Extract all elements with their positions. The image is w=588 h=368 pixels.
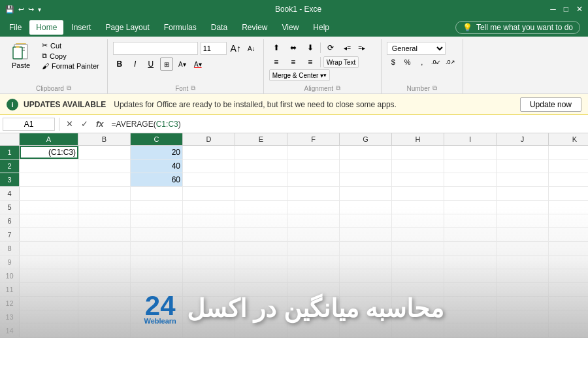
cell-j13[interactable] <box>497 310 549 324</box>
cell-h6[interactable] <box>392 214 444 227</box>
cell-b11[interactable] <box>78 283 131 296</box>
col-header-c[interactable]: C <box>131 133 183 145</box>
cell-d6[interactable] <box>183 214 235 227</box>
font-color-button[interactable]: A▾ <box>191 58 204 71</box>
row-num-12[interactable]: 12 <box>0 297 20 310</box>
col-header-b[interactable]: B <box>78 133 131 145</box>
cell-c4[interactable] <box>131 187 183 200</box>
col-header-g[interactable]: G <box>340 133 392 145</box>
confirm-formula-icon[interactable]: ✓ <box>78 118 91 130</box>
cell-k3[interactable] <box>549 173 588 186</box>
col-header-f[interactable]: F <box>287 133 340 145</box>
cell-j11[interactable] <box>497 283 549 296</box>
cell-c10[interactable] <box>131 269 183 282</box>
cell-k7[interactable] <box>549 228 588 241</box>
restore-icon[interactable]: □ <box>564 5 568 14</box>
cancel-formula-icon[interactable]: ✕ <box>63 118 76 130</box>
cell-b12[interactable] <box>78 297 131 310</box>
cell-g13[interactable] <box>340 310 392 324</box>
cell-reference-input[interactable] <box>3 118 55 131</box>
cell-i6[interactable] <box>444 214 497 227</box>
font-name-select[interactable] <box>113 42 198 55</box>
cell-g7[interactable] <box>340 228 392 241</box>
menu-file[interactable]: File <box>3 20 28 35</box>
cell-a3[interactable] <box>20 173 78 186</box>
cell-i12[interactable] <box>444 297 497 310</box>
cell-e6[interactable] <box>235 214 287 227</box>
cell-e3[interactable] <box>235 173 287 186</box>
cell-k5[interactable] <box>549 201 588 214</box>
cell-h8[interactable] <box>392 242 444 255</box>
cell-k2[interactable] <box>549 159 588 173</box>
cell-a10[interactable] <box>20 269 78 282</box>
cell-i13[interactable] <box>444 310 497 324</box>
cell-e4[interactable] <box>235 187 287 200</box>
wrap-text-button[interactable]: Wrap Text <box>323 56 359 68</box>
cell-d2[interactable] <box>183 159 235 173</box>
insert-function-icon[interactable]: fx <box>93 118 106 130</box>
row-num-9[interactable]: 9 <box>0 256 20 269</box>
grid-container[interactable]: 1 (C1:C3) 20 2 40 <box>0 146 588 338</box>
cell-i3[interactable] <box>444 173 497 186</box>
menu-view[interactable]: View <box>276 20 306 35</box>
cell-b2[interactable] <box>78 159 131 173</box>
cell-f14[interactable] <box>287 324 340 337</box>
cell-b1[interactable] <box>78 146 131 159</box>
cell-j5[interactable] <box>497 201 549 214</box>
increase-indent-button[interactable]: =▸ <box>355 42 369 54</box>
row-num-11[interactable]: 11 <box>0 283 20 296</box>
row-num-8[interactable]: 8 <box>0 242 20 255</box>
cell-c13[interactable] <box>131 310 183 324</box>
cell-e7[interactable] <box>235 228 287 241</box>
cell-k8[interactable] <box>549 242 588 255</box>
cell-h11[interactable] <box>392 283 444 296</box>
menu-help[interactable]: Help <box>306 20 336 35</box>
cell-i2[interactable] <box>444 159 497 173</box>
cell-a11[interactable] <box>20 283 78 296</box>
cell-a13[interactable] <box>20 310 78 324</box>
minimize-icon[interactable]: ─ <box>550 5 556 14</box>
format-painter-button[interactable]: 🖌 Format Painter <box>39 61 102 71</box>
cell-b13[interactable] <box>78 310 131 324</box>
cell-c14[interactable] <box>131 324 183 337</box>
cell-g8[interactable] <box>340 242 392 255</box>
cell-j3[interactable] <box>497 173 549 186</box>
cell-i10[interactable] <box>444 269 497 282</box>
cell-c8[interactable] <box>131 242 183 255</box>
cell-i9[interactable] <box>444 256 497 269</box>
row-num-14[interactable]: 14 <box>0 324 20 337</box>
border-button[interactable]: ⊞ <box>160 58 173 71</box>
close-icon[interactable]: ✕ <box>576 5 583 14</box>
row-num-4[interactable]: 4 <box>0 187 20 200</box>
cell-a9[interactable] <box>20 256 78 269</box>
cell-i7[interactable] <box>444 228 497 241</box>
cell-b4[interactable] <box>78 187 131 200</box>
cell-j1[interactable] <box>497 146 549 159</box>
cell-j9[interactable] <box>497 256 549 269</box>
cell-f10[interactable] <box>287 269 340 282</box>
cell-b3[interactable] <box>78 173 131 186</box>
paste-button[interactable]: Paste <box>5 39 37 71</box>
cell-g3[interactable] <box>340 173 392 186</box>
comma-button[interactable]: , <box>416 56 429 68</box>
cell-g10[interactable] <box>340 269 392 282</box>
cell-a5[interactable] <box>20 201 78 214</box>
menu-data[interactable]: Data <box>204 20 234 35</box>
cell-j12[interactable] <box>497 297 549 310</box>
cell-b14[interactable] <box>78 324 131 337</box>
cell-f3[interactable] <box>287 173 340 186</box>
row-num-6[interactable]: 6 <box>0 214 20 227</box>
cell-e10[interactable] <box>235 269 287 282</box>
align-right-button[interactable]: ≡ <box>303 56 318 68</box>
number-format-select[interactable]: General Number Currency Accounting Date … <box>387 42 446 55</box>
menu-review[interactable]: Review <box>235 20 274 35</box>
col-header-j[interactable]: J <box>497 133 549 145</box>
cell-f11[interactable] <box>287 283 340 296</box>
cell-f8[interactable] <box>287 242 340 255</box>
redo-icon[interactable]: ↪ <box>28 5 34 14</box>
cell-f5[interactable] <box>287 201 340 214</box>
cell-g5[interactable] <box>340 201 392 214</box>
cell-e14[interactable] <box>235 324 287 337</box>
decrease-indent-button[interactable]: ◂= <box>340 42 355 54</box>
menu-formulas[interactable]: Formulas <box>157 20 203 35</box>
